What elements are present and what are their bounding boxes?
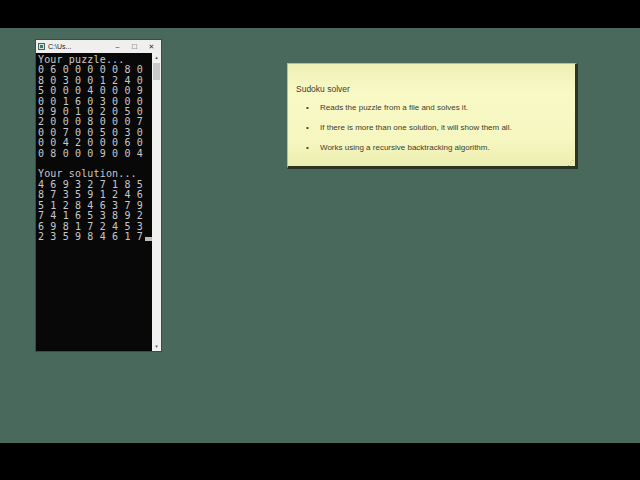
console-line: 2 3 5 9 8 4 6 1 7 (38, 232, 152, 242)
letterbox-top (0, 0, 640, 28)
desktop-background: C:\Us... – □ ✕ Your puzzle...0 6 0 0 0 0… (0, 28, 640, 443)
bullet-text: Works using a recursive backtracking alg… (320, 143, 575, 153)
video-frame: { "window": { "title": "C:\\Us...", "con… (0, 0, 640, 480)
scroll-down-icon[interactable]: ▾ (152, 342, 161, 350)
scrollbar-thumb[interactable] (153, 63, 160, 80)
console-titlebar[interactable]: C:\Us... – □ ✕ (36, 40, 161, 53)
bullet-text: If there is more than one solution, it w… (320, 123, 575, 133)
bullet-icon: • (306, 123, 320, 133)
list-item: • If there is more than one solution, it… (306, 123, 575, 133)
vertical-scrollbar[interactable]: ▴ ▾ (152, 53, 161, 351)
console-output: Your puzzle...0 6 0 0 0 0 0 8 08 0 3 0 0… (36, 53, 152, 351)
list-item: • Reads the puzzle from a file and solve… (306, 103, 575, 113)
console-line: 7 4 1 6 5 3 8 9 2 (38, 211, 152, 221)
bullet-icon: • (306, 143, 320, 153)
note-bullet-list: • Reads the puzzle from a file and solve… (288, 103, 575, 153)
letterbox-bottom (0, 443, 640, 480)
list-item: • Works using a recursive backtracking a… (306, 143, 575, 153)
console-body: Your puzzle...0 6 0 0 0 0 0 8 08 0 3 0 0… (36, 53, 161, 351)
sticky-note: Sudoku solver • Reads the puzzle from a … (287, 63, 578, 169)
cmd-app-icon (38, 43, 45, 50)
maximize-button[interactable]: □ (126, 40, 143, 53)
console-window[interactable]: C:\Us... – □ ✕ Your puzzle...0 6 0 0 0 0… (36, 40, 161, 351)
resize-grip-icon[interactable]: ⋰ (567, 159, 574, 166)
bullet-text: Reads the puzzle from a file and solves … (320, 103, 575, 113)
bullet-icon: • (306, 103, 320, 113)
console-line: 0 8 0 0 0 9 0 0 4 (38, 149, 152, 159)
close-button[interactable]: ✕ (143, 40, 160, 53)
minimize-button[interactable]: – (109, 40, 126, 53)
text-cursor (145, 237, 152, 241)
window-title: C:\Us... (48, 40, 109, 53)
note-title: Sudoku solver (296, 84, 575, 94)
scroll-up-icon[interactable]: ▴ (152, 53, 161, 61)
